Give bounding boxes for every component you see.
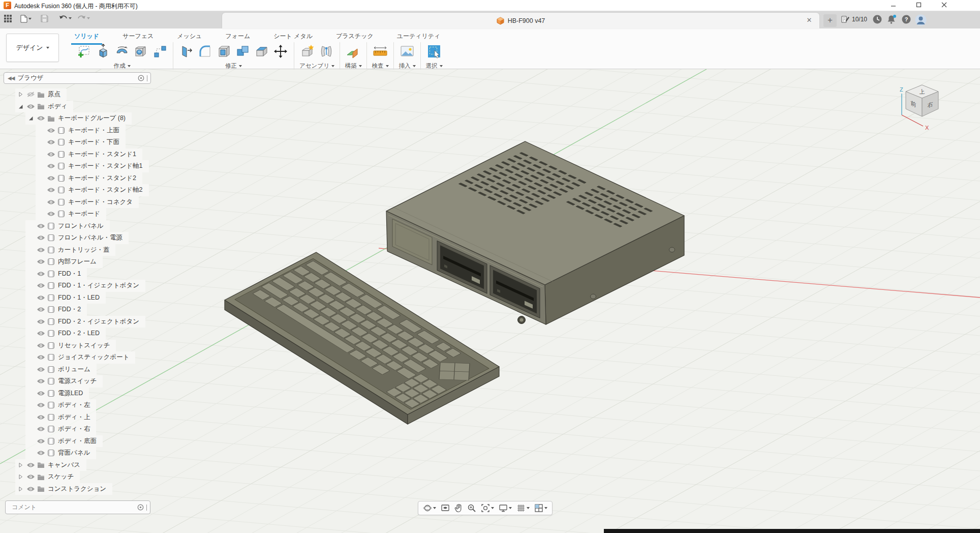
extrude-icon[interactable] <box>95 43 112 60</box>
tree-item-body[interactable]: ボリューム <box>25 364 97 376</box>
visibility-eye-icon[interactable] <box>36 391 46 396</box>
visibility-eye-icon[interactable] <box>36 115 46 121</box>
tree-item-body[interactable]: FDD・2・LED <box>25 328 106 340</box>
new-tab-button[interactable]: + <box>823 14 837 27</box>
visibility-eye-icon[interactable] <box>36 271 46 277</box>
visibility-eye-icon[interactable] <box>36 283 46 288</box>
tree-item-body[interactable]: 内部フレーム <box>25 256 103 268</box>
rectangular-pattern-icon[interactable] <box>151 43 168 60</box>
maximize-button[interactable] <box>908 0 929 11</box>
fillet-icon[interactable] <box>197 43 214 60</box>
help-icon[interactable]: ? <box>901 14 911 26</box>
insert-image-icon[interactable] <box>399 43 416 60</box>
pan-button[interactable] <box>454 504 463 513</box>
visibility-eye-icon[interactable] <box>36 295 46 301</box>
group-modify-dropdown[interactable]: 修正 <box>225 62 242 70</box>
tree-item-body[interactable]: キーボード・コネクタ <box>36 196 139 209</box>
tree-item-body[interactable]: リセットスイッチ <box>25 340 116 352</box>
collapse-panel-icon[interactable]: ◀◀ <box>8 75 14 81</box>
tree-item-body[interactable]: ジョイスティックポート <box>25 351 135 364</box>
comment-options-icon[interactable] <box>137 504 144 511</box>
group-create-dropdown[interactable]: 作成 <box>114 62 131 70</box>
group-select-dropdown[interactable]: 選択 <box>426 62 443 70</box>
move-copy-icon[interactable] <box>272 43 289 60</box>
tree-item-body[interactable]: 背面パネル <box>25 447 96 459</box>
visibility-eye-icon[interactable] <box>36 223 46 229</box>
notifications-bell-icon[interactable] <box>886 14 897 26</box>
expand-arrow-closed[interactable] <box>15 462 25 468</box>
shell-icon[interactable] <box>216 43 233 60</box>
visibility-eye-icon[interactable] <box>46 152 56 157</box>
close-button[interactable] <box>933 0 955 11</box>
visibility-eye-icon[interactable] <box>46 139 56 145</box>
tree-item-body[interactable]: FDD・2・イジェクトボタン <box>25 316 145 328</box>
expand-arrow-open[interactable] <box>15 104 25 109</box>
visibility-eye-icon[interactable] <box>36 354 46 360</box>
visibility-eye-icon[interactable] <box>46 175 56 181</box>
tree-item-body[interactable]: キーボード・スタンド1 <box>36 149 142 161</box>
document-tab[interactable]: HB-F900 v47 ✕ <box>222 13 819 28</box>
comment-grip[interactable] <box>146 505 147 511</box>
tree-item-folder[interactable]: スケッチ <box>15 471 80 483</box>
press-pull-icon[interactable] <box>178 43 195 60</box>
tree-item-body[interactable]: フロントパネル・電源 <box>25 232 129 244</box>
tree-item-body[interactable]: FDD・1 <box>25 268 87 280</box>
group-inspect-dropdown[interactable]: 検査 <box>372 62 389 70</box>
tree-item-body[interactable]: キーボード <box>36 208 106 220</box>
fit-button[interactable] <box>481 504 494 513</box>
tree-item-folder[interactable]: ボディ <box>15 101 73 113</box>
minimize-button[interactable] <box>882 0 904 11</box>
visibility-eye-icon[interactable] <box>36 319 46 324</box>
visibility-eye-icon[interactable] <box>36 343 46 348</box>
expand-arrow-open[interactable] <box>25 115 36 121</box>
visibility-eye-icon[interactable] <box>36 331 46 336</box>
workspace-selector[interactable]: デザイン <box>6 34 59 62</box>
create-sketch-icon[interactable] <box>76 43 93 60</box>
visibility-eye-icon[interactable] <box>25 474 36 480</box>
tree-item-body[interactable]: 電源スイッチ <box>25 375 103 388</box>
tree-item-body[interactable]: ボディ・右 <box>25 423 96 435</box>
visibility-eye-icon[interactable] <box>25 104 36 109</box>
group-insert-dropdown[interactable]: 挿入 <box>399 62 416 70</box>
browser-options-icon[interactable] <box>138 75 144 81</box>
panel-grip[interactable] <box>147 75 147 81</box>
tree-item-body[interactable]: キーボード・スタンド2 <box>36 172 142 185</box>
tree-item-body[interactable]: キーボード・下面 <box>36 136 126 149</box>
look-at-button[interactable] <box>441 504 450 513</box>
visibility-eye-icon[interactable] <box>36 378 46 384</box>
expand-arrow-closed[interactable] <box>15 474 25 480</box>
tree-item-body[interactable]: 電源LED <box>25 388 89 400</box>
measure-icon[interactable] <box>372 43 389 60</box>
visibility-eye-icon[interactable] <box>46 187 56 193</box>
undo-button[interactable] <box>59 15 72 22</box>
viewports-button[interactable] <box>534 504 547 513</box>
joint-icon[interactable] <box>318 43 335 60</box>
visibility-eye-icon[interactable] <box>46 199 56 205</box>
orbit-button[interactable] <box>423 504 436 513</box>
visibility-eye-icon[interactable] <box>25 462 36 468</box>
save-button[interactable] <box>41 15 48 22</box>
visibility-eye-icon[interactable] <box>46 163 56 169</box>
tree-item-body[interactable]: キーボード・スタンド軸2 <box>36 184 149 196</box>
visibility-eye-icon[interactable] <box>36 307 46 312</box>
new-component-icon[interactable] <box>299 43 316 60</box>
view-cube[interactable]: Z X 上 前 右 <box>893 76 954 135</box>
tree-item-folder[interactable]: 原点 <box>15 88 67 101</box>
file-menu-button[interactable] <box>20 15 32 23</box>
visibility-eye-icon[interactable] <box>46 211 56 217</box>
revolve-icon[interactable] <box>113 43 131 60</box>
tree-item-folder[interactable]: キーボードグループ (8) <box>25 112 132 125</box>
expand-arrow-closed[interactable] <box>15 486 25 492</box>
construction-plane-icon[interactable] <box>345 43 362 60</box>
app-grid-icon[interactable] <box>4 15 12 22</box>
tree-item-folder[interactable]: キャンバス <box>15 459 86 471</box>
combine-icon[interactable] <box>234 43 252 60</box>
grid-display-button[interactable] <box>516 504 530 513</box>
profile-avatar[interactable] <box>915 14 927 28</box>
visibility-eye-icon[interactable] <box>36 402 46 408</box>
job-status-button[interactable]: 10/10 <box>841 15 867 23</box>
hole-icon[interactable] <box>132 43 149 60</box>
visibility-eye-icon[interactable] <box>36 235 46 241</box>
redo-button[interactable] <box>77 15 90 22</box>
group-assemble-dropdown[interactable]: アセンブリ <box>299 62 334 70</box>
